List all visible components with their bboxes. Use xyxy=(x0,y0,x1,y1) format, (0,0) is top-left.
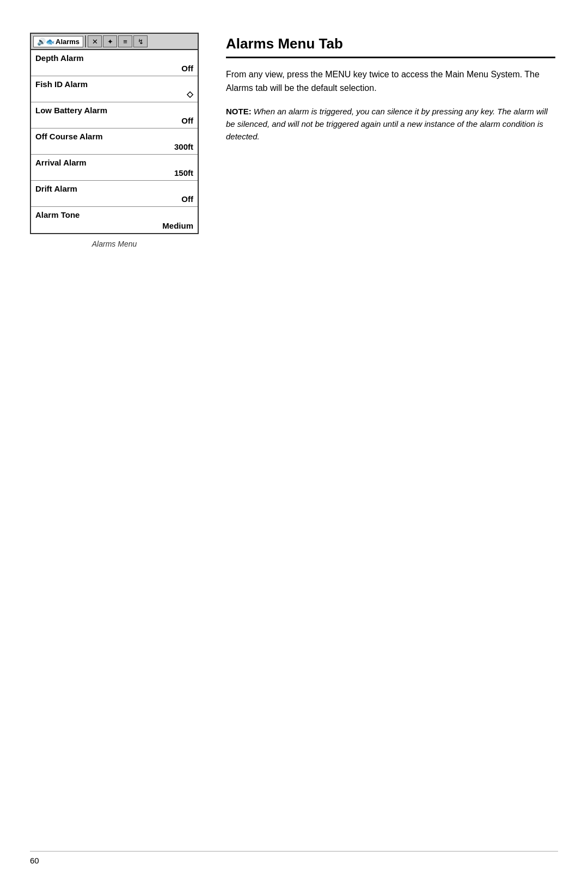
gear-icon: ✦ xyxy=(107,38,113,46)
plug-icon: ↯ xyxy=(138,38,144,46)
menu-tab-bar: 🔊🐟 Alarms ✕ ✦ ≡ ↯ xyxy=(31,34,198,50)
drift-alarm-label: Drift Alarm xyxy=(35,184,193,193)
tab-x[interactable]: ✕ xyxy=(88,35,102,47)
menu-item-drift-alarm[interactable]: Drift Alarm Off xyxy=(31,181,198,207)
speaker-fish-icon: 🔊🐟 xyxy=(37,38,54,46)
tab-plug[interactable]: ↯ xyxy=(133,35,148,47)
menu-item-fish-id-alarm[interactable]: Fish ID Alarm ◇ xyxy=(31,76,198,102)
alarms-menu-widget: 🔊🐟 Alarms ✕ ✦ ≡ ↯ Depth Alar xyxy=(30,33,199,234)
arrival-alarm-value: 150ft xyxy=(35,168,193,179)
page-title: Alarms Menu Tab xyxy=(226,35,555,58)
depth-alarm-label: Depth Alarm xyxy=(35,53,193,63)
tab-divider-1 xyxy=(85,35,86,47)
menu-item-arrival-alarm[interactable]: Arrival Alarm 150ft xyxy=(31,155,198,181)
lines-icon: ≡ xyxy=(123,38,127,46)
alarms-tab-active[interactable]: 🔊🐟 Alarms xyxy=(33,36,83,47)
menu-caption: Alarms Menu xyxy=(30,240,199,248)
low-battery-alarm-label: Low Battery Alarm xyxy=(35,106,193,115)
alarm-tone-value: Medium xyxy=(35,221,193,232)
off-course-alarm-label: Off Course Alarm xyxy=(35,132,193,141)
drift-alarm-value: Off xyxy=(35,194,193,205)
menu-item-off-course-alarm[interactable]: Off Course Alarm 300ft xyxy=(31,128,198,155)
fish-id-alarm-label: Fish ID Alarm xyxy=(35,79,193,89)
x-icon: ✕ xyxy=(92,38,98,46)
tab-lines[interactable]: ≡ xyxy=(118,35,132,47)
note-text: When an alarm is triggered, you can sile… xyxy=(226,107,548,142)
right-panel: Alarms Menu Tab From any view, press the… xyxy=(226,33,555,849)
description-text: From any view, press the MENU key twice … xyxy=(226,68,555,95)
alarm-tone-label: Alarm Tone xyxy=(35,210,193,219)
menu-item-alarm-tone[interactable]: Alarm Tone Medium xyxy=(31,207,198,233)
low-battery-alarm-value: Off xyxy=(35,116,193,127)
tab-gear[interactable]: ✦ xyxy=(103,35,117,47)
menu-item-low-battery-alarm[interactable]: Low Battery Alarm Off xyxy=(31,102,198,128)
page-footer: 60 xyxy=(30,851,558,866)
depth-alarm-value: Off xyxy=(35,64,193,75)
arrival-alarm-label: Arrival Alarm xyxy=(35,158,193,167)
page-number: 60 xyxy=(30,856,39,865)
note-label: NOTE: xyxy=(226,107,252,116)
off-course-alarm-value: 300ft xyxy=(35,142,193,153)
menu-item-depth-alarm[interactable]: Depth Alarm Off xyxy=(31,50,198,76)
alarms-tab-label: Alarms xyxy=(56,38,79,46)
fish-id-alarm-value: ◇ xyxy=(35,89,193,101)
note-block: NOTE: When an alarm is triggered, you ca… xyxy=(226,105,555,143)
